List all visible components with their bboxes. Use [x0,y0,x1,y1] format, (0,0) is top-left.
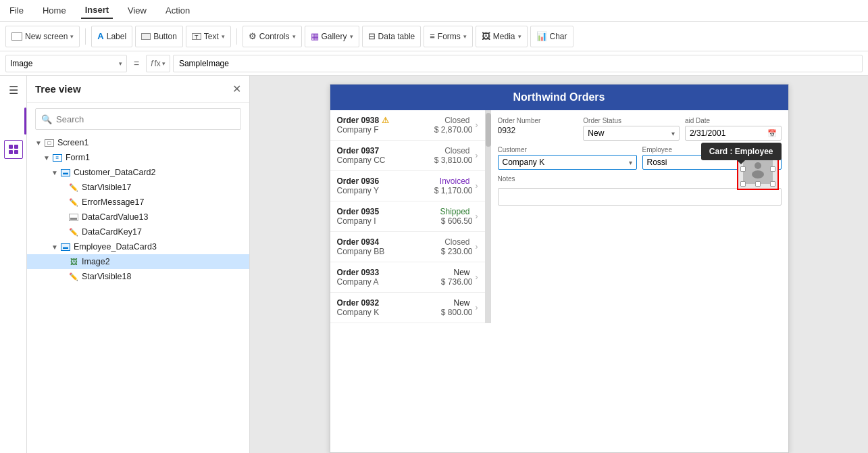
order-info-0937: Order 0937 Company CC [337,146,434,165]
order-item-0936[interactable]: Order 0936 Company Y Invoiced $ 1,170.00… [330,171,485,201]
search-input[interactable] [56,114,235,124]
order-number-value: 0932 [498,126,578,135]
tree-item-starvisible17[interactable]: ✏️ StarVisible17 [27,180,249,195]
tree-item-starvisible18[interactable]: ✏️ StarVisible18 [27,269,249,284]
employee-datacard3-arrow: ▼ [51,243,58,251]
text-label: Text [204,32,219,41]
controls-button[interactable]: ⚙ Controls ▾ [242,26,302,47]
menu-insert[interactable]: Insert [81,2,113,19]
order-right-0936: Invoiced $ 1,170.00 [434,176,473,195]
handle-mr[interactable] [770,166,775,172]
order-company-0934: Company BB [337,247,441,256]
label-button[interactable]: A Label [91,26,132,47]
order-amount-0938: $ 2,870.00 [434,125,473,135]
formula-bar: Image ▾ = f fx ▾ [0,51,868,76]
order-item-0937[interactable]: Order 0937 Company CC Closed $ 3,810.00 … [330,141,485,171]
customer-select[interactable]: Company K ▾ [498,155,637,170]
button-icon [141,33,151,40]
data-table-button[interactable]: ⊟ Data table [362,26,422,47]
app-title: Northwind Orders [513,91,605,103]
starvisible18-label: StarVisible18 [82,272,131,281]
order-list: Order 0938 ⚠ Company F Closed $ 2,870.00… [330,110,486,323]
order-item-0934[interactable]: Order 0934 Company BB Closed $ 230.00 › [330,232,485,262]
forms-button[interactable]: ≡ Forms ▾ [424,26,473,47]
customer-select-arrow: ▾ [629,159,632,166]
handle-bm[interactable] [755,181,761,187]
order-item-0933[interactable]: Order 0933 Company A New $ 736.00 › [330,262,485,293]
menu-home[interactable]: Home [39,3,70,18]
tree-item-datacardvalue13[interactable]: ▬ DataCardValue13 [27,210,249,224]
gallery-button[interactable]: ▦ Gallery ▾ [305,26,359,47]
order-item-0938[interactable]: Order 0938 ⚠ Company F Closed $ 2,870.00… [330,110,485,141]
order-right-0934: Closed $ 230.00 [441,237,473,256]
menu-file[interactable]: File [5,3,28,18]
employee-select-value: Rossi [647,158,667,167]
layers-icon[interactable] [4,140,23,159]
media-chevron: ▾ [518,33,521,40]
handle-bl[interactable] [740,181,746,187]
order-status-field: Order Status New ▾ [583,117,680,141]
menu-action[interactable]: Action [161,3,194,18]
order-status-select[interactable]: New ▾ [583,126,680,141]
tree-item-image2[interactable]: 🖼 Image2 [27,254,249,269]
scroll-thumb[interactable] [486,113,491,147]
svg-rect-1 [14,145,18,149]
paid-date-label: aid Date [685,117,782,124]
toolbar: New screen ▾ A Label Button T Text ▾ ⚙ C… [0,22,868,51]
svg-point-5 [752,170,764,178]
new-screen-button[interactable]: New screen ▾ [5,26,80,47]
formula-equals-sign: = [134,58,139,69]
text-button[interactable]: T Text ▾ [186,26,231,47]
order-amount-0935: $ 606.50 [440,216,472,226]
tree-close-button[interactable]: ✕ [232,82,241,95]
new-screen-icon [11,32,22,41]
form1-arrow: ▼ [43,154,50,162]
tree-item-form1[interactable]: ▼ ≡ Form1 [27,150,249,165]
formula-fx-chevron: ▾ [162,60,165,67]
employee-datacard3-icon: ▬ [61,243,70,251]
media-button[interactable]: 🖼 Media ▾ [476,26,528,47]
customer-select-value: Company K [503,158,545,167]
order-company-0938: Company F [337,125,434,135]
order-item-0935[interactable]: Order 0935 Company I Shipped $ 606.50 › [330,201,485,232]
order-status-select-value: New [588,128,604,138]
new-screen-chevron: ▾ [70,33,74,40]
order-info-0932: Order 0932 Company K [337,298,441,317]
app-header: Northwind Orders [330,85,788,110]
button-button[interactable]: Button [135,26,183,47]
order-arrow-0938: › [476,120,478,130]
image2-label: Image2 [82,257,110,266]
tree-title: Tree view [35,83,81,95]
customer-field: Customer Company K ▾ [498,146,637,170]
order-item-0932[interactable]: Order 0932 Company K New $ 800.00 › [330,293,485,323]
datacardkey17-icon: ✏️ [69,229,78,236]
notes-input[interactable] [498,188,782,206]
formula-fx-button[interactable]: f fx ▾ [146,55,170,72]
tree-item-customer-datacard2[interactable]: ▼ ▬ Customer_DataCard2 [27,165,249,180]
starvisible17-label: StarVisible17 [82,183,131,192]
tree-panel: Tree view ✕ 🔍 ▼ □ Screen1 ▼ [27,76,250,453]
order-info-0938: Order 0938 ⚠ Company F [337,116,434,135]
paid-date-input[interactable]: 2/31/2001 📅 [685,126,782,141]
customer-datacard2-icon: ▬ [61,169,70,176]
list-scrollbar[interactable] [486,110,491,323]
chart-button[interactable]: 📊 Char [530,26,573,47]
tree-item-screen1[interactable]: ▼ □ Screen1 [27,135,249,150]
formula-selector[interactable]: Image ▾ [5,55,127,72]
tree-item-datacardkey17[interactable]: ✏️ DataCardKey17 [27,224,249,239]
formula-input[interactable] [173,55,863,72]
handle-br[interactable] [770,181,775,187]
handle-ml[interactable] [740,166,746,172]
order-company-0932: Company K [337,308,441,317]
order-number-label: Order Number [498,117,578,124]
chart-icon: 📊 [536,31,547,41]
hamburger-icon[interactable]: ☰ [9,84,18,97]
order-arrow-0935: › [476,212,478,221]
order-status-0938: Closed [434,116,470,125]
menu-view[interactable]: View [124,3,151,18]
datacardkey17-label: DataCardKey17 [82,227,142,237]
tree-item-errormessage17[interactable]: ✏️ ErrorMessage17 [27,195,249,210]
tree-item-employee-datacard3[interactable]: ▼ ▬ Employee_DataCard3 [27,239,249,254]
order-num-0935: Order 0935 [337,207,440,216]
warn-icon-0938: ⚠ [382,116,389,125]
